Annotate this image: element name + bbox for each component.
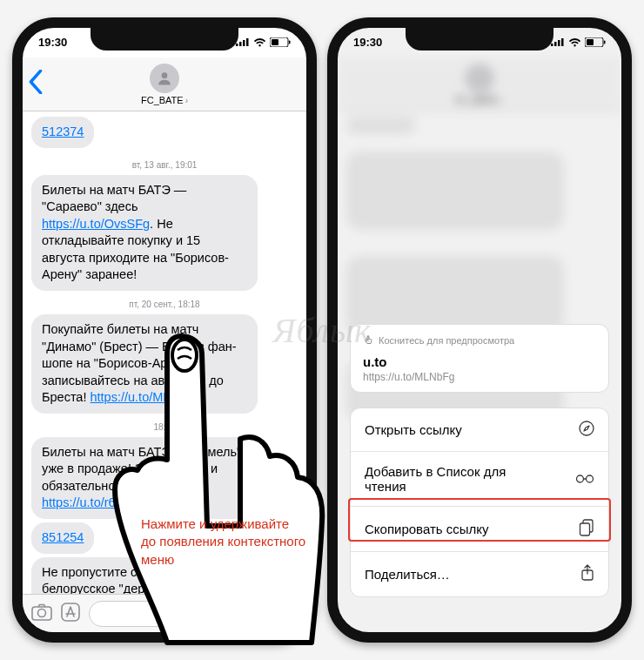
menu-add-reading-list[interactable]: Добавить в Список для чтения xyxy=(351,452,608,507)
instruction-caption: Нажмите и удерживайте до появления конте… xyxy=(141,515,306,569)
message-bubble[interactable]: Покупайте билеты на матч "Динамо" (Брест… xyxy=(31,314,258,414)
message-input[interactable] xyxy=(89,601,298,627)
svg-rect-16 xyxy=(587,39,594,45)
svg-rect-0 xyxy=(236,44,238,46)
svg-rect-1 xyxy=(239,42,242,46)
avatar xyxy=(150,64,179,93)
svg-rect-14 xyxy=(561,38,564,46)
chevron-right-icon: › xyxy=(185,96,188,105)
messages-header: FC_BATE› xyxy=(23,57,306,111)
notch xyxy=(91,26,238,51)
battery-icon xyxy=(585,37,606,47)
glasses-icon xyxy=(575,472,594,487)
svg-rect-3 xyxy=(246,38,249,46)
context-menu: Открыть ссылку Добавить в Список для чте… xyxy=(350,407,609,597)
preview-title: u.to xyxy=(363,354,596,369)
link[interactable]: 512374 xyxy=(42,125,84,138)
message-bubble[interactable]: Билеты на матч БАТЭ — "Сараево" здесь ht… xyxy=(31,175,258,291)
preview-url: https://u.to/MLNbFg xyxy=(363,371,596,383)
svg-point-18 xyxy=(580,421,594,435)
svg-rect-11 xyxy=(551,44,553,46)
menu-copy-link[interactable]: Скопировать ссылку xyxy=(351,507,608,552)
hand-tap-icon xyxy=(363,335,373,346)
svg-rect-5 xyxy=(272,39,278,45)
back-button[interactable] xyxy=(28,70,44,98)
copy-icon xyxy=(579,519,594,539)
svg-rect-10 xyxy=(62,603,79,621)
compass-icon xyxy=(579,421,594,439)
composer xyxy=(23,594,306,632)
appstore-icon[interactable] xyxy=(61,603,80,625)
status-time: 19:30 xyxy=(353,36,382,49)
wifi-icon xyxy=(253,37,266,47)
status-time: 19:30 xyxy=(38,36,67,49)
svg-point-9 xyxy=(38,609,46,616)
share-icon xyxy=(580,564,594,584)
link[interactable]: https://u.to/r6d9Fg xyxy=(42,495,144,509)
notch xyxy=(406,26,553,51)
link[interactable]: 851254 xyxy=(42,530,84,544)
status-icons xyxy=(551,37,606,47)
timestamp: 18:01 xyxy=(31,422,298,432)
menu-label: Добавить в Список для чтения xyxy=(365,464,539,494)
svg-rect-12 xyxy=(554,42,557,46)
phone-right: 19:30 FC_BATE › Косни xyxy=(327,17,632,643)
screen-right: FC_BATE › Коснитесь для предпросмотра u.… xyxy=(338,28,621,632)
timestamp: пт, 20 сент., 18:18 xyxy=(31,300,298,309)
battery-icon xyxy=(270,37,291,47)
svg-rect-6 xyxy=(289,40,291,44)
contact-name: FC_BATE xyxy=(141,95,184,105)
preview-tip: Коснитесь для предпросмотра xyxy=(363,335,596,346)
message-bubble[interactable]: 512374 xyxy=(31,117,94,148)
svg-point-7 xyxy=(162,72,168,78)
contact-header[interactable]: FC_BATE› xyxy=(141,64,188,105)
menu-open-link[interactable]: Открыть ссылку xyxy=(351,408,608,452)
status-icons xyxy=(236,37,291,47)
menu-label: Поделиться… xyxy=(365,567,450,582)
wifi-icon xyxy=(568,37,581,47)
message-bubble[interactable]: 851254 xyxy=(31,522,94,554)
link[interactable]: https://u.to/MLNbFg xyxy=(91,390,201,404)
svg-rect-13 xyxy=(558,40,560,46)
link[interactable]: https://u.to/OvsSFg xyxy=(42,217,150,231)
menu-share[interactable]: Поделиться… xyxy=(351,552,608,596)
menu-label: Открыть ссылку xyxy=(365,422,462,437)
svg-point-20 xyxy=(587,475,594,482)
timestamp: вт, 13 авг., 19:01 xyxy=(31,160,298,170)
menu-label: Скопировать ссылку xyxy=(365,522,489,536)
svg-rect-17 xyxy=(604,40,606,44)
camera-icon[interactable] xyxy=(31,603,52,624)
link-preview-card[interactable]: Коснитесь для предпросмотра u.to https:/… xyxy=(350,324,609,393)
svg-rect-2 xyxy=(243,40,245,46)
message-bubble[interactable]: Билеты на матч БАТЭ — "Гомель" уже в про… xyxy=(31,437,258,519)
svg-rect-22 xyxy=(580,523,590,535)
svg-point-19 xyxy=(577,475,584,482)
